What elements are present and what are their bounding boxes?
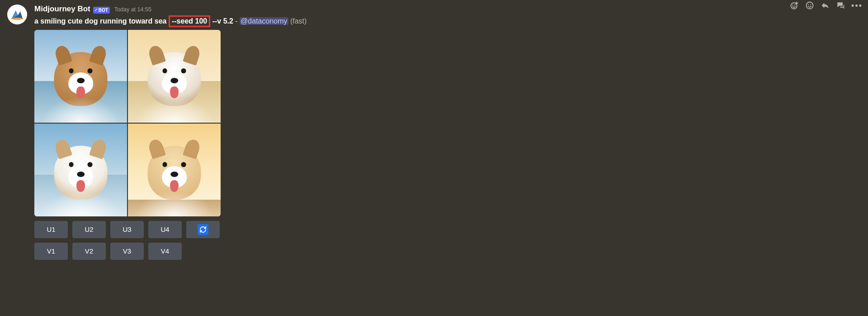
v4-button[interactable]: V4 [148,243,182,260]
user-mention[interactable]: @dataconomy [240,17,288,25]
v1-button[interactable]: V1 [34,243,68,260]
verified-check-icon: ✓ [94,7,98,13]
u2-button[interactable]: U2 [72,221,106,238]
reroll-button[interactable] [186,221,220,238]
super-reaction-icon[interactable] [805,1,814,10]
author-name[interactable]: Midjourney Bot [34,4,90,14]
bot-tag: ✓ BOT [93,7,110,14]
v2-button[interactable]: V2 [72,243,106,260]
add-reaction-icon[interactable] [790,1,799,10]
image-2[interactable] [128,30,221,123]
message-header: Midjourney Bot ✓ BOT Today at 14:55 [34,4,861,14]
prompt-suffix: --v 5.2 [210,17,233,25]
bot-tag-label: BOT [99,7,108,13]
v3-button[interactable]: V3 [110,243,144,260]
variation-row: V1 V2 V3 V4 [34,243,861,260]
author-avatar[interactable] [7,5,27,24]
svg-point-2 [794,5,795,5]
svg-point-0 [791,3,797,9]
svg-point-5 [811,4,811,5]
reroll-icon [198,224,208,235]
svg-point-3 [807,2,813,9]
message-timestamp: Today at 14:55 [114,6,151,14]
create-thread-icon[interactable] [836,1,845,10]
u1-button[interactable]: U1 [34,221,68,238]
prompt-dash: - [233,17,240,25]
prompt-prefix: a smiling cute dog running toward sea [34,17,169,25]
message-hover-toolbar: ••• [787,0,865,11]
image-1[interactable] [34,30,127,123]
more-icon[interactable]: ••• [851,1,863,10]
svg-point-4 [808,4,809,5]
prompt-seed-highlight: --seed 100 [169,15,210,27]
u3-button[interactable]: U3 [110,221,144,238]
prompt-mode: (fast) [288,17,307,25]
message: Midjourney Bot ✓ BOT Today at 14:55 a sm… [0,0,868,260]
upscale-row: U1 U2 U3 U4 [34,221,861,238]
svg-point-1 [793,5,793,5]
image-3[interactable] [34,124,127,216]
message-text: a smiling cute dog running toward sea --… [34,15,861,27]
image-grid[interactable] [34,30,221,216]
reply-icon[interactable] [821,1,830,10]
image-4[interactable] [128,124,221,216]
u4-button[interactable]: U4 [148,221,182,238]
